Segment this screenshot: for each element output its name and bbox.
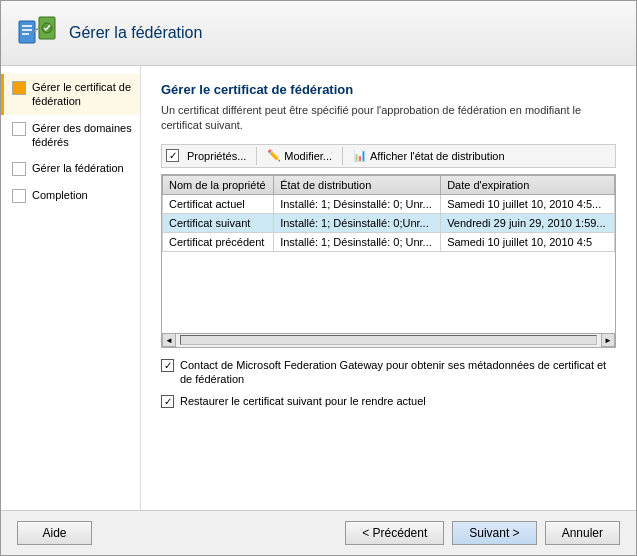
scroll-right-arrow[interactable]: ► bbox=[601, 333, 615, 347]
row0-expiry: Samedi 10 juillet 10, 2010 4:5... bbox=[441, 194, 615, 213]
sidebar-label-cert: Gérer le certificat de fédération bbox=[32, 80, 132, 109]
dialog-title: Gérer la fédération bbox=[69, 24, 202, 42]
checkboxes-section: Contact de Microsoft Federation Gateway … bbox=[161, 358, 616, 417]
svg-rect-1 bbox=[22, 25, 32, 27]
aide-button[interactable]: Aide bbox=[17, 521, 92, 545]
checkbox-gateway[interactable] bbox=[161, 359, 174, 372]
toolbar-sep-1 bbox=[256, 147, 257, 165]
footer-left: Aide bbox=[17, 521, 345, 545]
content-desc: Un certificat différent peut être spécif… bbox=[161, 103, 616, 134]
sidebar-label-federation: Gérer la fédération bbox=[32, 161, 124, 175]
row2-expiry: Samedi 10 juillet 10, 2010 4:5 bbox=[441, 232, 615, 251]
checkbox-row-1: Contact de Microsoft Federation Gateway … bbox=[161, 358, 616, 387]
chart-icon: 📊 bbox=[353, 149, 367, 162]
scroll-left-arrow[interactable]: ◄ bbox=[162, 333, 176, 347]
col-name[interactable]: Nom de la propriété bbox=[163, 175, 274, 194]
checkbox-gateway-label: Contact de Microsoft Federation Gateway … bbox=[180, 358, 616, 387]
row0-status: Installé: 1; Désinstallé: 0; Unr... bbox=[274, 194, 441, 213]
suivant-button[interactable]: Suivant > bbox=[452, 521, 536, 545]
checkbox-restore-label: Restaurer le certificat suivant pour le … bbox=[180, 394, 616, 408]
dialog-footer: Aide < Précédent Suivant > Annuler bbox=[1, 510, 636, 555]
checkbox-row-2: Restaurer le certificat suivant pour le … bbox=[161, 394, 616, 408]
sidebar-bullet-cert bbox=[12, 81, 26, 95]
table-header-row: Nom de la propriété État de distribution… bbox=[163, 175, 615, 194]
table-row[interactable]: Certificat actuel Installé: 1; Désinstal… bbox=[163, 194, 615, 213]
sidebar-item-domains[interactable]: Gérer des domaines fédérés bbox=[1, 115, 140, 156]
row2-status: Installé: 1; Désinstallé: 0; Unr... bbox=[274, 232, 441, 251]
sidebar-item-completion[interactable]: Completion bbox=[1, 182, 140, 209]
row1-status: Installé: 1; Désinstallé: 0;Unr... bbox=[274, 213, 441, 232]
afficher-button[interactable]: 📊 Afficher l'état de distribution bbox=[347, 147, 511, 164]
row1-name: Certificat suivant bbox=[163, 213, 274, 232]
table-row[interactable]: Certificat précédent Installé: 1; Désins… bbox=[163, 232, 615, 251]
precedent-button[interactable]: < Précédent bbox=[345, 521, 444, 545]
content-title: Gérer le certificat de fédération bbox=[161, 82, 616, 97]
svg-rect-2 bbox=[22, 29, 32, 31]
footer-right: < Précédent Suivant > Annuler bbox=[345, 521, 620, 545]
pencil-icon: ✏️ bbox=[267, 149, 281, 162]
content-area: Gérer le certificat de fédération Un cer… bbox=[141, 66, 636, 510]
scroll-track[interactable] bbox=[180, 335, 597, 345]
toolbar: Propriétés... ✏️ Modifier... 📊 Afficher … bbox=[161, 144, 616, 168]
sidebar-bullet-federation bbox=[12, 162, 26, 176]
row0-name: Certificat actuel bbox=[163, 194, 274, 213]
annuler-button[interactable]: Annuler bbox=[545, 521, 620, 545]
checkbox-restore[interactable] bbox=[161, 395, 174, 408]
certificate-table[interactable]: Nom de la propriété État de distribution… bbox=[161, 174, 616, 334]
main-dialog: Gérer la fédération Gérer le certificat … bbox=[0, 0, 637, 556]
sidebar-item-cert[interactable]: Gérer le certificat de fédération bbox=[1, 74, 140, 115]
sidebar-item-federation[interactable]: Gérer la fédération bbox=[1, 155, 140, 182]
row2-name: Certificat précédent bbox=[163, 232, 274, 251]
sidebar-label-domains: Gérer des domaines fédérés bbox=[32, 121, 132, 150]
col-expiry[interactable]: Date d'expiration bbox=[441, 175, 615, 194]
sidebar: Gérer le certificat de fédération Gérer … bbox=[1, 66, 141, 510]
dialog-header: Gérer la fédération bbox=[1, 1, 636, 66]
sidebar-label-completion: Completion bbox=[32, 188, 88, 202]
col-status[interactable]: État de distribution bbox=[274, 175, 441, 194]
svg-rect-3 bbox=[22, 33, 29, 35]
row1-expiry: Vendredi 29 juin 29, 2010 1:59... bbox=[441, 213, 615, 232]
dialog-body: Gérer le certificat de fédération Gérer … bbox=[1, 66, 636, 510]
toolbar-sep-2 bbox=[342, 147, 343, 165]
table-row[interactable]: Certificat suivant Installé: 1; Désinsta… bbox=[163, 213, 615, 232]
modifier-button[interactable]: ✏️ Modifier... bbox=[261, 147, 338, 164]
properties-button[interactable]: Propriétés... bbox=[181, 148, 252, 164]
federation-icon bbox=[17, 13, 57, 53]
sidebar-bullet-domains bbox=[12, 122, 26, 136]
sidebar-bullet-completion bbox=[12, 189, 26, 203]
table-scrollbar[interactable]: ◄ ► bbox=[161, 334, 616, 348]
cert-data-table: Nom de la propriété État de distribution… bbox=[162, 175, 615, 252]
properties-checkbox-icon bbox=[166, 149, 179, 162]
